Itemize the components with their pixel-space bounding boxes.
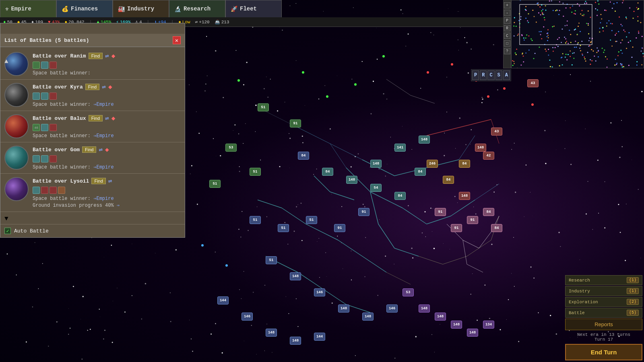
find-button[interactable]: Find: [91, 178, 105, 184]
game-map[interactable]: 51 91 53 51 51 84 84 148 148 141 148 54 …: [185, 23, 511, 362]
minimap[interactable]: [511, 0, 644, 68]
find-button[interactable]: Find: [82, 146, 96, 153]
star-node[interactable]: 91: [435, 208, 446, 216]
minimap-p-button[interactable]: P: [504, 17, 510, 24]
nav-p-button[interactable]: P: [472, 70, 479, 80]
star-node[interactable]: 148: [451, 321, 462, 329]
star-node[interactable]: 91: [467, 216, 478, 224]
star-node[interactable]: 148: [419, 304, 430, 313]
svg-line-16: [394, 248, 419, 256]
star-node[interactable]: 148: [467, 329, 478, 337]
auto-battle-label: Auto Battle: [14, 228, 49, 234]
scroll-down-arrow[interactable]: ▼: [0, 214, 185, 224]
star-node[interactable]: 148: [362, 313, 374, 321]
minimap-unknown-button[interactable]: □: [504, 40, 510, 47]
nav-s-button[interactable]: S: [495, 70, 502, 80]
notification-count: (5): [627, 310, 639, 316]
star-node[interactable]: 42: [483, 152, 494, 160]
tab-industry[interactable]: 🏭 Industry: [113, 0, 169, 17]
star-node[interactable]: 91: [334, 224, 345, 232]
tab-finances[interactable]: 💰 Finances: [56, 0, 113, 17]
battle-item[interactable]: Battle over Balux Find ⇌ ◆ 46 Space batt…: [0, 111, 185, 142]
star-node[interactable]: 91: [358, 208, 369, 216]
star-node[interactable]: 246: [427, 160, 438, 168]
notification-exploration[interactable]: Exploration (2): [565, 297, 642, 307]
nav-a-button[interactable]: A: [503, 70, 510, 80]
star-node[interactable]: 148: [266, 329, 277, 337]
tab-fleet[interactable]: 🚀 Fleet: [225, 0, 282, 17]
star-node[interactable]: 84: [394, 192, 406, 200]
star-node[interactable]: 51: [266, 256, 277, 264]
star-node[interactable]: 134: [483, 321, 494, 329]
star-node[interactable]: 84: [483, 208, 494, 216]
notification-industry[interactable]: Industry (1): [565, 286, 642, 296]
zoom-out-button[interactable]: -: [504, 10, 510, 16]
star-node[interactable]: 84: [322, 168, 333, 176]
star-node[interactable]: 51: [250, 216, 261, 224]
battle-item[interactable]: Battle over Kyra Find ⇌ ◆ Space battle w…: [0, 80, 185, 111]
star-node[interactable]: 51: [258, 103, 269, 111]
tab-research[interactable]: 🔬 Research: [169, 0, 225, 17]
battle-item[interactable]: Battle over Lysoil Find ⇌ Space battle w…: [0, 174, 185, 212]
ships-icon: 🚢: [215, 19, 220, 25]
star-node[interactable]: 148: [346, 176, 357, 184]
star-node[interactable]: 53: [402, 288, 414, 296]
star-node[interactable]: 51: [250, 168, 261, 176]
svg-line-34: [314, 176, 330, 192]
tab-empire[interactable]: ⚜ Empire: [0, 0, 56, 17]
notification-battle[interactable]: Battle (5): [565, 308, 642, 318]
star-node[interactable]: 84: [459, 160, 470, 168]
battle-item[interactable]: Battle over Gom Find ⇌ ◆ Space battle wi…: [0, 142, 185, 174]
star-dot: [326, 95, 328, 98]
star-node[interactable]: 144: [314, 333, 325, 341]
star-node[interactable]: 51: [306, 216, 317, 224]
minimap-help-button[interactable]: ?: [504, 48, 510, 54]
nav-c-button[interactable]: C: [487, 70, 494, 80]
ship-icon: [50, 93, 57, 100]
star-node[interactable]: 144: [217, 296, 229, 304]
star-node[interactable]: 148: [338, 304, 349, 313]
close-button[interactable]: ✕: [173, 36, 181, 44]
star-node[interactable]: 146: [386, 304, 398, 313]
ship-icon: [41, 124, 48, 131]
star-node[interactable]: 43: [527, 79, 539, 87]
star-node[interactable]: 148: [290, 272, 301, 280]
star-node[interactable]: 148: [419, 136, 430, 144]
star-node[interactable]: 84: [298, 152, 309, 160]
star-dot: [427, 71, 429, 74]
star-dot: [382, 55, 385, 58]
star-node[interactable]: 148: [459, 192, 470, 200]
notification-research[interactable]: Research (1): [565, 275, 642, 285]
fleet-icon: 🚀: [231, 6, 237, 12]
star-node[interactable]: 148: [290, 337, 301, 345]
auto-battle-checkbox[interactable]: ✓: [4, 228, 11, 234]
zoom-in-button[interactable]: +: [504, 2, 510, 8]
nav-r-button[interactable]: R: [480, 70, 487, 80]
find-button[interactable]: Find: [89, 115, 103, 121]
end-turn-button[interactable]: End Turn: [565, 344, 642, 360]
star-node[interactable]: 84: [415, 168, 426, 176]
star-node[interactable]: 148: [475, 144, 486, 152]
star-node[interactable]: 51: [278, 224, 289, 232]
reports-button[interactable]: Reports: [565, 319, 642, 330]
star-node[interactable]: 146: [242, 313, 253, 321]
minimap-r-button[interactable]: R: [504, 25, 510, 31]
star-node[interactable]: 43: [491, 128, 502, 136]
scroll-up-arrow[interactable]: ▲: [4, 56, 189, 67]
star-node[interactable]: 91: [290, 119, 301, 128]
svg-line-33: [411, 95, 435, 103]
star-node[interactable]: 148: [435, 313, 446, 321]
star-node[interactable]: 51: [209, 180, 221, 188]
star-node[interactable]: 84: [443, 176, 454, 184]
star-node[interactable]: 84: [491, 224, 502, 232]
star-node[interactable]: 146: [314, 288, 325, 296]
star-node[interactable]: 53: [225, 144, 237, 152]
star-node[interactable]: 91: [451, 224, 462, 232]
minimap-c-button[interactable]: C: [504, 33, 510, 39]
star-node[interactable]: 141: [394, 144, 406, 152]
battle-info: Battle over Gom Find ⇌ ◆ Space battle wi…: [33, 146, 181, 170]
star-node[interactable]: 54: [370, 184, 382, 192]
find-button[interactable]: Find: [85, 84, 99, 90]
nav-letter-buttons: P R C S A: [471, 69, 511, 81]
star-node[interactable]: 148: [370, 160, 382, 168]
